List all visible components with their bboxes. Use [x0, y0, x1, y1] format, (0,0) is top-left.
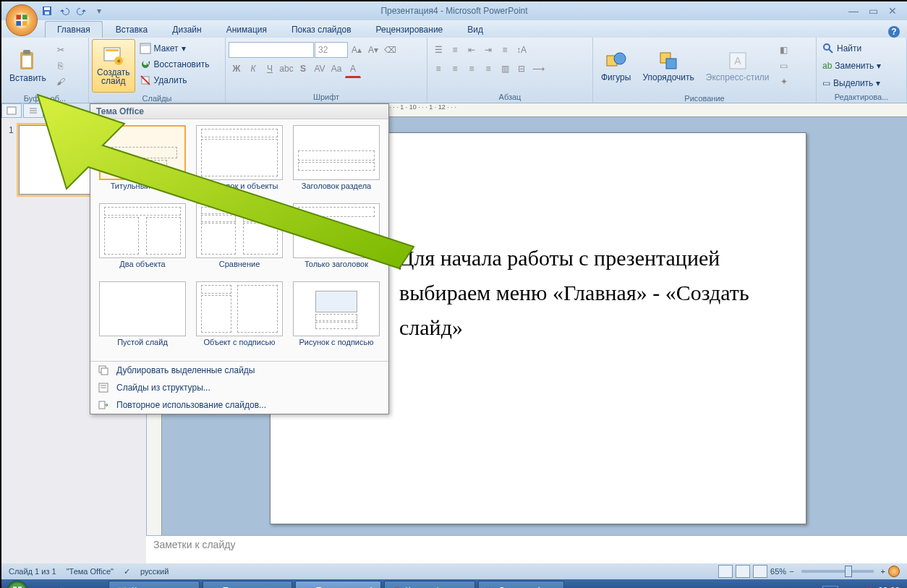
menu-slides-from-outline[interactable]: Слайды из структуры...: [90, 379, 388, 396]
gallery-header: Тема Office: [90, 104, 388, 119]
bullets-icon[interactable]: ☰: [430, 42, 446, 58]
font-color-icon[interactable]: A: [345, 61, 361, 78]
shape-outline-icon[interactable]: ▭: [776, 58, 792, 74]
clear-format-icon[interactable]: ⌫: [382, 42, 398, 58]
smartart-icon[interactable]: ⟶: [530, 61, 546, 77]
shape-effects-icon[interactable]: ✦: [776, 74, 792, 90]
layout-button[interactable]: Макет ▾: [137, 41, 213, 56]
columns-icon[interactable]: ▥: [497, 61, 513, 77]
spellcheck-icon[interactable]: ✓: [124, 567, 130, 576]
align-text-icon[interactable]: ⊟: [514, 61, 529, 77]
shape-fill-icon[interactable]: ◧: [776, 42, 792, 58]
status-theme: "Тема Office": [67, 567, 114, 576]
reset-button[interactable]: Восстановить: [137, 56, 213, 72]
menu-duplicate-slides[interactable]: Дублировать выделенные слайды: [90, 362, 388, 379]
layout-picture-caption[interactable]: Рисунок с подписью: [290, 281, 383, 355]
svg-text:✶: ✶: [116, 57, 122, 65]
svg-rect-16: [141, 44, 150, 46]
copy-icon[interactable]: ⎘: [53, 58, 69, 74]
text-direction-icon[interactable]: ↕A: [514, 42, 529, 58]
new-slide-button[interactable]: ✶ Создать слайд: [92, 39, 135, 93]
font-family-select[interactable]: [229, 42, 314, 58]
line-spacing-icon[interactable]: ≡: [497, 42, 513, 58]
taskbar-language[interactable]: RU: [822, 586, 838, 589]
svg-rect-27: [7, 107, 16, 114]
delete-button[interactable]: Удалить: [137, 72, 213, 88]
new-slide-gallery: Тема Office Титульный слайд Заголовок и …: [90, 103, 389, 414]
font-size-select[interactable]: 32: [315, 42, 348, 58]
svg-point-0: [14, 12, 30, 28]
underline-icon[interactable]: Ч: [262, 61, 278, 77]
layout-comparison[interactable]: Сравнение: [193, 203, 286, 277]
maximize-button[interactable]: ▭: [869, 5, 878, 17]
tab-slideshow[interactable]: Показ слайдов: [280, 22, 363, 38]
shrink-font-icon[interactable]: A▾: [365, 42, 381, 58]
align-left-icon[interactable]: ≡: [430, 61, 446, 77]
find-button[interactable]: Найти: [819, 41, 864, 56]
taskbar-app[interactable]: ◯Классификац...: [384, 581, 475, 588]
bold-icon[interactable]: Ж: [229, 61, 244, 77]
layout-content-caption[interactable]: Объект с подписью: [193, 281, 286, 355]
replace-button[interactable]: abЗаменить ▾: [819, 58, 884, 74]
help-icon[interactable]: ?: [888, 26, 900, 38]
minimize-button[interactable]: —: [848, 5, 859, 17]
taskbar-app[interactable]: WДокумент1 - ...: [478, 581, 565, 588]
quick-styles-button[interactable]: A Экспресс-стили: [701, 39, 775, 93]
qat-redo-icon[interactable]: [75, 4, 88, 17]
strike-icon[interactable]: abc: [278, 61, 294, 77]
tab-review[interactable]: Рецензирование: [365, 22, 455, 38]
tab-home[interactable]: Главная: [45, 21, 103, 38]
arrange-button[interactable]: Упорядочить: [637, 39, 699, 93]
menu-reuse-slides[interactable]: Повторное использование слайдов...: [90, 396, 388, 414]
layout-section-header[interactable]: Заголовок раздела: [290, 125, 383, 199]
select-button[interactable]: ▭Выделить ▾: [819, 75, 883, 91]
shapes-button[interactable]: Фигуры: [596, 39, 636, 93]
zoom-out-icon[interactable]: −: [789, 567, 793, 576]
fit-to-window-icon[interactable]: [888, 566, 900, 577]
align-right-icon[interactable]: ≡: [464, 61, 480, 77]
layout-two-content[interactable]: Два объекта: [96, 203, 189, 277]
start-button[interactable]: [1, 579, 33, 588]
qat-undo-icon[interactable]: [58, 4, 71, 17]
notes-pane[interactable]: Заметки к слайду: [146, 535, 907, 563]
tab-animation[interactable]: Анимация: [215, 22, 278, 38]
svg-rect-7: [45, 12, 49, 14]
align-center-icon[interactable]: ≡: [447, 61, 463, 77]
close-button[interactable]: ✕: [888, 5, 897, 17]
align-justify-icon[interactable]: ≡: [480, 61, 496, 77]
char-spacing-icon[interactable]: AV: [312, 61, 328, 77]
taskbar-app[interactable]: ▣Презентация4: [295, 581, 380, 588]
tab-insert[interactable]: Вставка: [104, 22, 160, 38]
tab-view[interactable]: Вид: [456, 22, 495, 38]
taskbar-app[interactable]: ▣Презентация ...: [203, 581, 293, 588]
indent-dec-icon[interactable]: ⇤: [464, 42, 480, 58]
cut-icon[interactable]: ✂: [53, 42, 69, 58]
layout-blank[interactable]: Пустой слайд: [96, 281, 189, 355]
zoom-in-icon[interactable]: +: [881, 567, 885, 576]
layout-title-slide[interactable]: Титульный слайд: [96, 125, 189, 199]
taskbar-app[interactable]: 📁К открытому ...: [108, 581, 200, 588]
qat-save-icon[interactable]: [41, 4, 54, 17]
view-slideshow-icon[interactable]: [753, 565, 767, 578]
office-button[interactable]: [6, 4, 38, 36]
change-case-icon[interactable]: Aa: [328, 61, 344, 77]
zoom-slider[interactable]: [801, 570, 874, 573]
svg-rect-2: [22, 14, 27, 20]
status-language[interactable]: русский: [140, 567, 169, 576]
paste-button[interactable]: Вставить: [4, 39, 51, 93]
grow-font-icon[interactable]: A▴: [349, 42, 365, 58]
slides-tab-icon[interactable]: [1, 103, 22, 118]
shadow-icon[interactable]: S: [295, 61, 311, 77]
format-painter-icon[interactable]: 🖌: [53, 74, 69, 90]
outline-tab-icon[interactable]: [23, 103, 43, 118]
view-sorter-icon[interactable]: [736, 565, 750, 578]
layout-title-content[interactable]: Заголовок и объекты: [193, 125, 286, 199]
qat-dropdown-icon[interactable]: ▾: [93, 4, 106, 17]
indent-inc-icon[interactable]: ⇥: [480, 42, 496, 58]
layout-title-only[interactable]: Только заголовок: [290, 203, 383, 277]
zoom-percentage[interactable]: 65%: [770, 567, 786, 576]
numbering-icon[interactable]: ≡: [447, 42, 463, 58]
view-normal-icon[interactable]: [718, 565, 733, 578]
italic-icon[interactable]: К: [245, 61, 261, 77]
tab-design[interactable]: Дизайн: [161, 22, 213, 38]
